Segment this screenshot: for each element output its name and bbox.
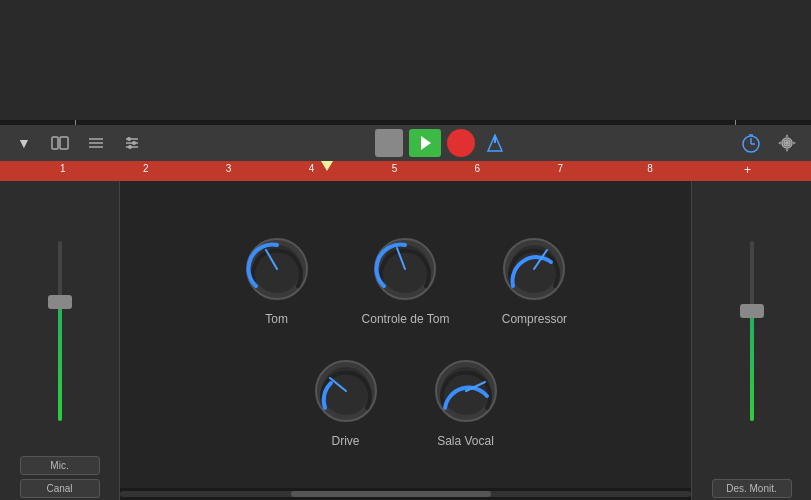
svg-point-10 [128,145,132,149]
ruler-marks: 1 2 3 4 5 6 7 8 + [60,161,751,181]
tuner-button[interactable] [481,129,509,157]
tempo-button[interactable] [737,129,765,157]
knob-sala-vocal[interactable] [431,356,501,426]
knob-drive-label: Drive [331,434,359,448]
canal-button[interactable]: Canal [20,479,100,498]
svg-rect-1 [60,137,68,149]
ruler-mark-1: 1 [60,163,66,174]
svg-rect-0 [52,137,58,149]
ruler-mark-6: 6 [475,163,481,174]
ruler-mark-2: 2 [143,163,149,174]
record-button[interactable] [447,129,475,157]
mixer-button[interactable] [118,129,146,157]
playhead[interactable] [321,161,333,171]
dropdown-button[interactable]: ▼ [10,129,38,157]
scrollbar-track [120,491,691,497]
ruler-mark-4: 4 [309,163,315,174]
channel-strip-left: Mic. Canal [0,181,120,500]
knob-group-sala-vocal: Sala Vocal [431,356,501,448]
scrollbar-area [120,488,691,500]
main-area: Mic. Canal Tom [0,181,811,500]
left-fader-level [58,295,62,421]
des-monit-button[interactable]: Des. Monit. [712,479,792,498]
right-fader-handle[interactable] [740,304,764,318]
ruler-mark-5: 5 [392,163,398,174]
svg-point-9 [132,141,136,145]
add-track-button[interactable]: + [744,163,751,177]
knobs-row-2: Drive Sala Vocal [311,356,501,448]
top-bar [0,0,811,120]
center-content: Tom Controle de Tom [120,181,691,500]
left-strip-bottom: Mic. Canal [0,454,119,500]
track-view-button[interactable] [46,129,74,157]
ruler-mark-7: 7 [558,163,564,174]
knob-group-controle-tom: Controle de Tom [362,234,450,326]
left-fader-track [58,241,62,421]
mic-button[interactable]: Mic. [20,456,100,475]
svg-point-19 [785,141,789,145]
right-fader-track [750,241,754,421]
scrollbar-thumb[interactable] [291,491,491,497]
left-fader-handle[interactable] [48,295,72,309]
ruler-mark-3: 3 [226,163,232,174]
knob-controle-tom-label: Controle de Tom [362,312,450,326]
play-button[interactable] [409,129,441,157]
ruler: 1 2 3 4 5 6 7 8 + [0,161,811,181]
right-fader-level [750,313,754,421]
knob-drive[interactable] [311,356,381,426]
knob-tom[interactable] [242,234,312,304]
ruler-mark-8: 8 [647,163,653,174]
knob-controle-tom[interactable] [370,234,440,304]
knob-group-tom: Tom [242,234,312,326]
knobs-row-1: Tom Controle de Tom [242,234,570,326]
right-strip-bottom: Des. Monit. [692,477,811,500]
stop-button[interactable] [375,129,403,157]
knob-group-drive: Drive [311,356,381,448]
toolbar: ▼ [0,125,811,161]
list-view-button[interactable] [82,129,110,157]
knob-sala-vocal-label: Sala Vocal [437,434,494,448]
knob-group-compressor: Compressor [499,234,569,326]
knob-compressor[interactable] [499,234,569,304]
settings-button[interactable] [773,129,801,157]
knob-tom-label: Tom [265,312,288,326]
svg-point-8 [127,137,131,141]
knob-compressor-label: Compressor [502,312,567,326]
channel-strip-right: Des. Monit. [691,181,811,500]
